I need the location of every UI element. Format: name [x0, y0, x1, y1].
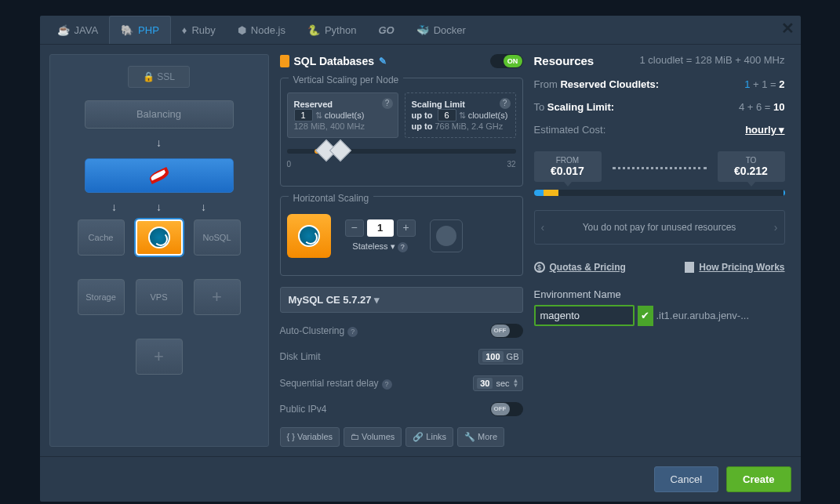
db-icon	[280, 55, 289, 67]
help-icon[interactable]: ?	[382, 98, 393, 109]
layer-toggle[interactable]: ON	[490, 54, 523, 68]
restart-delay-label: Sequential restart delay	[280, 378, 379, 389]
slider-thumb-limit[interactable]	[329, 140, 351, 161]
help-icon[interactable]: ?	[500, 98, 511, 109]
auto-cluster-toggle[interactable]: OFF	[490, 324, 523, 338]
tab-nodejs[interactable]: ⬢Node.js	[227, 16, 296, 44]
link-text: Quotas & Pricing	[550, 262, 626, 273]
delay-unit: sec	[496, 379, 509, 388]
create-button[interactable]: Create	[726, 466, 791, 492]
limit-subpre: up to	[412, 121, 433, 131]
vps-tile[interactable]: VPS	[136, 279, 183, 315]
cancel-button[interactable]: Cancel	[654, 466, 718, 492]
tab-java[interactable]: ☕JAVA	[46, 16, 110, 44]
add-layer-tile[interactable]: +	[194, 279, 241, 315]
storage-tile[interactable]: Storage	[78, 279, 125, 315]
cost-period-select[interactable]: hourly	[745, 124, 784, 136]
volumes-button[interactable]: 🗀 Volumes	[344, 427, 402, 447]
reserved-input[interactable]: 1	[294, 109, 313, 121]
chevron-left-icon[interactable]: ‹	[541, 221, 545, 234]
topology-panel: 🔒 SSL Balancing ↓ ↓ ↓ ↓ Cache NoSQL Stor…	[49, 54, 269, 447]
php-icon: 🐘	[121, 24, 133, 36]
more-button[interactable]: 🔧 More	[457, 427, 504, 447]
tab-label: JAVA	[75, 24, 99, 36]
node-icon-box	[287, 214, 331, 258]
auto-cluster-row: Auto-Clustering? OFF	[280, 324, 523, 338]
pricing-link[interactable]: How Pricing Works	[685, 262, 784, 273]
lang-tabs: ☕JAVA 🐘PHP ♦Ruby ⬢Node.js 🐍Python GO 🐳Do…	[40, 16, 801, 45]
tab-label: Ruby	[191, 24, 215, 36]
to-calc: 4 + 6 =	[739, 101, 773, 113]
variables-button[interactable]: { } Variables	[280, 427, 340, 447]
from-total: 2	[779, 78, 784, 90]
disk-limit-value[interactable]: 100GB	[478, 349, 522, 364]
sql-tile[interactable]	[136, 219, 183, 256]
ssl-button[interactable]: 🔒 SSL	[128, 66, 190, 88]
close-icon[interactable]: ✕	[781, 19, 795, 38]
reserved-unit: cloudlet(s)	[325, 111, 365, 120]
hscale-legend: Horizontal Scaling	[289, 193, 374, 204]
price-dots	[613, 167, 707, 169]
java-icon: ☕	[57, 24, 70, 36]
help-icon[interactable]: ?	[382, 379, 392, 390]
chevron-right-icon[interactable]: ›	[774, 221, 778, 234]
dollar-icon: $	[534, 262, 545, 273]
links-button[interactable]: 🔗 Links	[405, 427, 453, 447]
to-bold: Scaling Limit:	[547, 101, 614, 113]
tab-docker[interactable]: 🐳Docker	[405, 16, 477, 44]
db-version-select[interactable]: MySQL CE 5.7.27	[280, 287, 523, 313]
stepper-plus[interactable]: +	[397, 219, 416, 237]
quotas-link[interactable]: $Quotas & Pricing	[534, 262, 626, 273]
ruby-icon: ♦	[182, 24, 187, 36]
note-text: You do not pay for unused resources	[583, 222, 736, 233]
tab-ruby[interactable]: ♦Ruby	[171, 16, 227, 44]
app-server-node[interactable]	[85, 158, 234, 193]
tab-php[interactable]: 🐘PHP	[109, 16, 171, 44]
info-note: ‹ You do not pay for unused resources ›	[534, 210, 785, 245]
env-name-input[interactable]	[534, 305, 635, 326]
stepper-minus[interactable]: −	[345, 219, 364, 237]
check-icon: ✔	[638, 306, 653, 326]
tab-python[interactable]: 🐍Python	[296, 16, 367, 44]
restart-delay-row: Sequential restart delay? 30sec▲▼	[280, 375, 523, 391]
apache-feather-icon	[147, 167, 170, 184]
help-icon[interactable]: ?	[398, 242, 408, 252]
help-icon[interactable]: ?	[347, 327, 358, 337]
price-from-value: €0.017	[534, 165, 602, 177]
nosql-tile[interactable]: NoSQL	[194, 219, 241, 256]
limit-pre: up to	[412, 111, 433, 120]
tab-label: Docker	[434, 24, 466, 36]
env-domain: .it1.eur.aruba.jenv-...	[656, 310, 750, 321]
price-bar	[534, 190, 785, 196]
tab-go[interactable]: GO	[367, 16, 405, 44]
to-total: 10	[773, 101, 784, 113]
spinner-icon[interactable]: ▲▼	[513, 379, 519, 388]
nodejs-icon: ⬢	[238, 24, 246, 36]
limit-input[interactable]: 6	[438, 109, 456, 121]
ipv4-toggle[interactable]: OFF	[490, 402, 523, 416]
cloudlet-slider[interactable]	[287, 149, 516, 154]
balancing-node[interactable]: Balancing	[85, 100, 234, 129]
toggle-off-label: OFF	[491, 403, 510, 415]
sql-db-icon	[298, 225, 320, 247]
restart-delay-value[interactable]: 30sec▲▼	[473, 375, 522, 391]
arrow-down-icon: ↓	[156, 136, 162, 149]
price-to-label: TO	[718, 156, 785, 165]
doc-icon	[685, 262, 694, 273]
reserved-card: ? Reserved 1 ⇅ cloudlet(s) 128 MiB, 400 …	[287, 92, 398, 138]
go-icon: GO	[378, 24, 394, 36]
to-label: To	[534, 101, 547, 113]
env-name-label: Environment Name	[534, 288, 785, 300]
stepper-value[interactable]: 1	[367, 219, 394, 237]
cache-tile[interactable]: Cache	[78, 219, 125, 256]
arrow-down-icon: ↓	[111, 201, 117, 213]
edit-icon[interactable]: ✎	[379, 56, 387, 67]
scaling-mode[interactable]: Stateless	[352, 241, 387, 251]
disk-limit-label: Disk Limit	[280, 351, 321, 362]
price-to-value: €0.212	[718, 165, 785, 177]
add-extra-tile[interactable]: +	[136, 339, 183, 375]
ipv4-label: Public IPv4	[280, 404, 327, 415]
tab-label: Python	[325, 24, 356, 36]
config-panel: SQL Databases ✎ ON Vertical Scaling per …	[280, 54, 523, 447]
act-label: Variables	[297, 432, 333, 441]
